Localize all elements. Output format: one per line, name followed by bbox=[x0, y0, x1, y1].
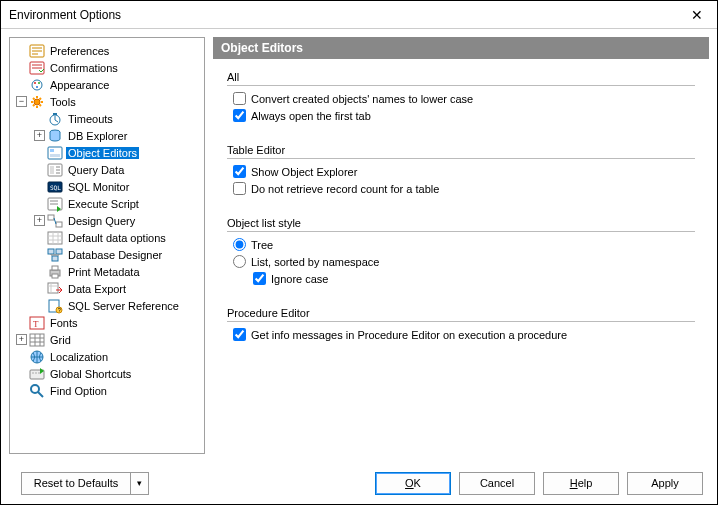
tree-item-database-designer[interactable]: Database Designer bbox=[12, 246, 202, 263]
label-ignore-case: Ignore case bbox=[271, 273, 328, 285]
expander-icon[interactable]: + bbox=[16, 334, 27, 345]
group-title-list-style: Object list style bbox=[227, 217, 695, 229]
tree-item-global-shortcuts[interactable]: Global Shortcuts bbox=[12, 365, 202, 382]
tree-label: Grid bbox=[48, 334, 73, 346]
expander-icon[interactable]: + bbox=[34, 130, 45, 141]
tree-item-query-data[interactable]: Query Data bbox=[12, 161, 202, 178]
group-all: All Convert created objects' names to lo… bbox=[227, 71, 695, 122]
radio-tree[interactable]: Tree bbox=[233, 238, 695, 251]
check-show-obj-explorer[interactable]: Show Object Explorer bbox=[233, 165, 695, 178]
tree-item-default-data-options[interactable]: Default data options bbox=[12, 229, 202, 246]
dbexplorer-icon bbox=[47, 128, 63, 144]
tree-item-db-explorer[interactable]: +DB Explorer bbox=[12, 127, 202, 144]
checkbox-ignore-case[interactable] bbox=[253, 272, 266, 285]
tree-item-find-option[interactable]: Find Option bbox=[12, 382, 202, 399]
grid-icon bbox=[29, 332, 45, 348]
svg-rect-27 bbox=[48, 283, 58, 293]
label-get-info-msgs: Get info messages in Procedure Editor on… bbox=[251, 329, 567, 341]
svg-point-4 bbox=[38, 82, 40, 84]
check-ignore-case[interactable]: Ignore case bbox=[253, 272, 695, 285]
checkbox-open-first-tab[interactable] bbox=[233, 109, 246, 122]
svg-rect-36 bbox=[32, 372, 34, 374]
svg-point-6 bbox=[34, 99, 40, 105]
tree-label: Default data options bbox=[66, 232, 168, 244]
tree-label: SQL Monitor bbox=[66, 181, 131, 193]
tree-label: Preferences bbox=[48, 45, 111, 57]
check-open-first-tab[interactable]: Always open the first tab bbox=[233, 109, 695, 122]
execscript-icon bbox=[47, 196, 63, 212]
findopt-icon bbox=[29, 383, 45, 399]
svg-rect-20 bbox=[48, 232, 62, 244]
svg-point-39 bbox=[31, 385, 39, 393]
checkbox-no-record-count[interactable] bbox=[233, 182, 246, 195]
svg-rect-33 bbox=[30, 334, 44, 346]
svg-rect-21 bbox=[48, 249, 54, 254]
tree-item-localization[interactable]: Localization bbox=[12, 348, 202, 365]
expander-icon[interactable]: + bbox=[34, 215, 45, 226]
tree-item-data-export[interactable]: Data Export bbox=[12, 280, 202, 297]
radio-input-tree[interactable] bbox=[233, 238, 246, 251]
check-convert-lower[interactable]: Convert created objects' names to lower … bbox=[233, 92, 695, 105]
tree-item-sql-server-reference[interactable]: ?SQL Server Reference bbox=[12, 297, 202, 314]
nav-tree[interactable]: PreferencesConfirmationsAppearance−Tools… bbox=[9, 37, 205, 454]
group-proc-editor: Procedure Editor Get info messages in Pr… bbox=[227, 307, 695, 341]
tree-label: Design Query bbox=[66, 215, 137, 227]
divider bbox=[227, 158, 695, 159]
tree-item-design-query[interactable]: +Design Query bbox=[12, 212, 202, 229]
tree-item-object-editors[interactable]: Object Editors bbox=[12, 144, 202, 161]
tree-item-confirmations[interactable]: Confirmations bbox=[12, 59, 202, 76]
label-convert-lower: Convert created objects' names to lower … bbox=[251, 93, 473, 105]
tree-item-tools[interactable]: −Tools bbox=[12, 93, 202, 110]
svg-text:?: ? bbox=[58, 307, 61, 313]
tree-item-sql-monitor[interactable]: SQLSQL Monitor bbox=[12, 178, 202, 195]
tree-label: Print Metadata bbox=[66, 266, 142, 278]
check-get-info-msgs[interactable]: Get info messages in Procedure Editor on… bbox=[233, 328, 695, 341]
svg-rect-37 bbox=[35, 372, 37, 374]
tree-label: Timeouts bbox=[66, 113, 115, 125]
window-title: Environment Options bbox=[9, 8, 121, 22]
label-show-obj-explorer: Show Object Explorer bbox=[251, 166, 357, 178]
tree-item-fonts[interactable]: TFonts bbox=[12, 314, 202, 331]
tree-item-appearance[interactable]: Appearance bbox=[12, 76, 202, 93]
close-button[interactable]: ✕ bbox=[683, 5, 711, 25]
designquery-icon bbox=[47, 213, 63, 229]
svg-point-5 bbox=[36, 86, 38, 88]
svg-rect-11 bbox=[50, 149, 54, 152]
reset-defaults-splitbutton[interactable]: Reset to Defaults ▾ bbox=[21, 472, 149, 495]
fonts-icon: T bbox=[29, 315, 45, 331]
environment-options-window: Environment Options ✕ PreferencesConfirm… bbox=[0, 0, 718, 505]
radio-input-list-ns[interactable] bbox=[233, 255, 246, 268]
tree-label: Fonts bbox=[48, 317, 80, 329]
svg-rect-10 bbox=[48, 147, 62, 159]
dataopt-icon bbox=[47, 230, 63, 246]
objeditor-icon bbox=[47, 145, 63, 161]
ok-button[interactable]: OK bbox=[375, 472, 451, 495]
tree-item-timeouts[interactable]: Timeouts bbox=[12, 110, 202, 127]
radio-list-ns[interactable]: List, sorted by namespace bbox=[233, 255, 695, 268]
dataexport-icon bbox=[47, 281, 63, 297]
svg-rect-22 bbox=[56, 249, 62, 254]
timeout-icon bbox=[47, 111, 63, 127]
check-no-record-count[interactable]: Do not retrieve record count for a table bbox=[233, 182, 695, 195]
divider bbox=[227, 85, 695, 86]
tree-item-grid[interactable]: +Grid bbox=[12, 331, 202, 348]
help-button[interactable]: Help bbox=[543, 472, 619, 495]
reset-defaults-button[interactable]: Reset to Defaults bbox=[21, 472, 131, 495]
checkbox-get-info-msgs[interactable] bbox=[233, 328, 246, 341]
checkbox-show-obj-explorer[interactable] bbox=[233, 165, 246, 178]
cancel-button[interactable]: Cancel bbox=[459, 472, 535, 495]
expander-icon[interactable]: − bbox=[16, 96, 27, 107]
reset-defaults-dropdown[interactable]: ▾ bbox=[131, 472, 149, 495]
sqlref-icon: ? bbox=[47, 298, 63, 314]
panel-body: All Convert created objects' names to lo… bbox=[213, 59, 709, 454]
svg-text:SQL: SQL bbox=[50, 184, 61, 191]
tools-icon bbox=[29, 94, 45, 110]
tree-item-print-metadata[interactable]: Print Metadata bbox=[12, 263, 202, 280]
tree-item-preferences[interactable]: Preferences bbox=[12, 42, 202, 59]
tree-label: Localization bbox=[48, 351, 110, 363]
label-open-first-tab: Always open the first tab bbox=[251, 110, 371, 122]
apply-button[interactable]: Apply bbox=[627, 472, 703, 495]
tree-label: Appearance bbox=[48, 79, 111, 91]
tree-item-execute-script[interactable]: Execute Script bbox=[12, 195, 202, 212]
checkbox-convert-lower[interactable] bbox=[233, 92, 246, 105]
